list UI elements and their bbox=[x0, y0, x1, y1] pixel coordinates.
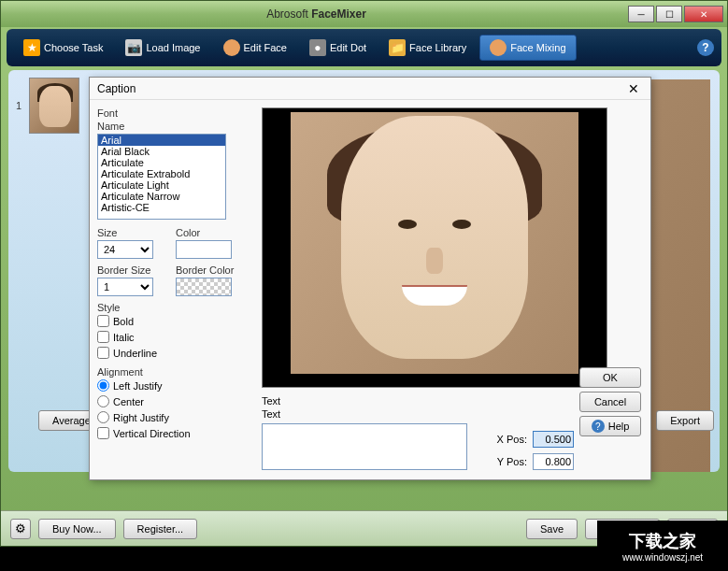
bold-checkbox[interactable] bbox=[97, 315, 109, 327]
face-icon bbox=[223, 39, 240, 56]
window-title: Abrosoft FaceMixer bbox=[5, 7, 628, 21]
load-image-label: Load Image bbox=[146, 42, 200, 53]
caption-preview bbox=[262, 107, 607, 388]
text-field-label: Text bbox=[262, 408, 280, 420]
dialog-right-panel: Text Text X Pos: Y Pos: OK Cancel ? Help bbox=[254, 100, 650, 479]
border-size-select[interactable]: 1 bbox=[97, 278, 153, 296]
underline-checkbox[interactable] bbox=[97, 347, 109, 359]
help-button[interactable]: ? Help bbox=[579, 416, 641, 436]
vertical-direction-checkbox[interactable] bbox=[97, 427, 109, 439]
maximize-button[interactable]: ☐ bbox=[656, 6, 682, 22]
vertical-direction-label: Vertical Direction bbox=[113, 428, 191, 439]
help-icon: ? bbox=[592, 420, 605, 433]
underline-checkbox-row[interactable]: Underline bbox=[97, 347, 247, 359]
dialog-close-button[interactable]: ✕ bbox=[624, 81, 643, 96]
settings-button[interactable]: ⚙ bbox=[10, 519, 31, 539]
thumb-face bbox=[39, 86, 71, 127]
caption-text-input[interactable] bbox=[262, 423, 467, 470]
ok-button[interactable]: OK bbox=[579, 367, 641, 388]
border-color-picker[interactable] bbox=[176, 278, 232, 296]
dialog-titlebar: Caption ✕ bbox=[90, 78, 650, 100]
vertical-direction-row[interactable]: Vertical Direction bbox=[97, 427, 247, 439]
text-group-label: Text bbox=[262, 395, 280, 407]
edit-face-label: Edit Face bbox=[244, 42, 287, 53]
register-button[interactable]: Register... bbox=[123, 519, 198, 539]
watermark-url: www.windowszj.net bbox=[622, 552, 703, 563]
xpos-input[interactable] bbox=[533, 431, 574, 448]
dialog-left-panel: Font Name Arial Arial Black Articulate A… bbox=[90, 100, 254, 479]
export-button[interactable]: Export bbox=[656, 410, 714, 431]
folder-icon: 📁 bbox=[389, 39, 406, 56]
edit-dot-label: Edit Dot bbox=[330, 42, 366, 53]
help-label: Help bbox=[608, 421, 630, 432]
font-option-arial[interactable]: Arial bbox=[98, 135, 225, 146]
minimize-button[interactable]: ─ bbox=[628, 6, 654, 22]
border-size-label: Border Size bbox=[97, 264, 168, 276]
name-label: Name bbox=[97, 121, 247, 132]
font-option[interactable]: Articulate Extrabold bbox=[98, 168, 225, 179]
preview-nose bbox=[426, 248, 443, 274]
alignment-label: Alignment bbox=[97, 366, 247, 378]
preview-face bbox=[341, 116, 528, 359]
help-icon-button[interactable]: ? bbox=[697, 39, 714, 56]
star-icon: ★ bbox=[23, 39, 40, 56]
italic-checkbox-row[interactable]: Italic bbox=[97, 331, 247, 343]
underline-label: Underline bbox=[113, 348, 157, 359]
font-option[interactable]: Arial Black bbox=[98, 146, 225, 157]
thumb-row-1: 1 bbox=[16, 78, 87, 134]
save-button[interactable]: Save bbox=[526, 519, 578, 539]
dialog-title-text: Caption bbox=[97, 82, 136, 95]
edit-dot-button[interactable]: ● Edit Dot bbox=[300, 36, 376, 60]
font-group-label: Font bbox=[97, 107, 247, 119]
load-image-button[interactable]: 📷 Load Image bbox=[116, 36, 209, 60]
font-option[interactable]: Articulate Narrow bbox=[98, 191, 225, 202]
preview-eye-left bbox=[398, 220, 417, 229]
choose-task-label: Choose Task bbox=[44, 42, 103, 53]
right-justify-radio[interactable] bbox=[97, 411, 109, 423]
font-option[interactable]: Articulate bbox=[98, 157, 225, 168]
edit-face-button[interactable]: Edit Face bbox=[214, 36, 296, 60]
size-label: Size bbox=[97, 227, 168, 238]
left-justify-radio[interactable] bbox=[97, 379, 109, 392]
window-controls: ─ ☐ ✕ bbox=[628, 6, 723, 22]
left-justify-label: Left Justify bbox=[113, 380, 163, 392]
gear-icon: ⚙ bbox=[15, 521, 26, 535]
close-button[interactable]: ✕ bbox=[684, 6, 723, 22]
choose-task-button[interactable]: ★ Choose Task bbox=[14, 36, 112, 60]
preview-image bbox=[291, 112, 578, 374]
font-option[interactable]: Artistic-CE bbox=[98, 202, 225, 213]
ypos-input[interactable] bbox=[533, 453, 574, 470]
thumb-number: 1 bbox=[16, 100, 23, 111]
bold-checkbox-row[interactable]: Bold bbox=[97, 315, 247, 327]
title-product: FaceMixer bbox=[311, 7, 366, 21]
right-justify-label: Right Justify bbox=[113, 412, 169, 423]
italic-label: Italic bbox=[113, 332, 135, 343]
color-picker[interactable] bbox=[176, 240, 232, 259]
buy-now-button[interactable]: Buy Now... bbox=[38, 519, 116, 539]
font-option[interactable]: Articulate Light bbox=[98, 179, 225, 191]
right-justify-row[interactable]: Right Justify bbox=[97, 411, 247, 423]
bold-label: Bold bbox=[113, 316, 134, 327]
center-label: Center bbox=[113, 396, 144, 407]
center-row[interactable]: Center bbox=[97, 395, 247, 407]
font-list[interactable]: Arial Arial Black Articulate Articulate … bbox=[97, 134, 226, 220]
color-label: Color bbox=[176, 227, 247, 238]
cancel-button[interactable]: Cancel bbox=[579, 392, 641, 412]
thumbnail-list: 1 bbox=[16, 78, 87, 139]
face-mixing-label: Face Mixing bbox=[510, 42, 565, 53]
titlebar: Abrosoft FaceMixer ─ ☐ ✕ bbox=[1, 1, 727, 27]
style-label: Style bbox=[97, 302, 247, 313]
face-library-button[interactable]: 📁 Face Library bbox=[379, 36, 476, 60]
face-mixing-button[interactable]: Face Mixing bbox=[479, 35, 576, 61]
thumbnail-1[interactable] bbox=[29, 78, 79, 134]
mix-icon bbox=[490, 39, 507, 56]
watermark: 下载之家 www.windowszj.net bbox=[597, 521, 728, 571]
size-select[interactable]: 24 bbox=[97, 240, 153, 259]
left-justify-row[interactable]: Left Justify bbox=[97, 379, 247, 392]
ypos-label: Y Pos: bbox=[497, 456, 527, 467]
center-radio[interactable] bbox=[97, 395, 109, 407]
italic-checkbox[interactable] bbox=[97, 331, 109, 343]
face-library-label: Face Library bbox=[409, 42, 466, 53]
main-toolbar: ★ Choose Task 📷 Load Image Edit Face ● E… bbox=[7, 29, 721, 66]
preview-mouth bbox=[402, 285, 467, 306]
